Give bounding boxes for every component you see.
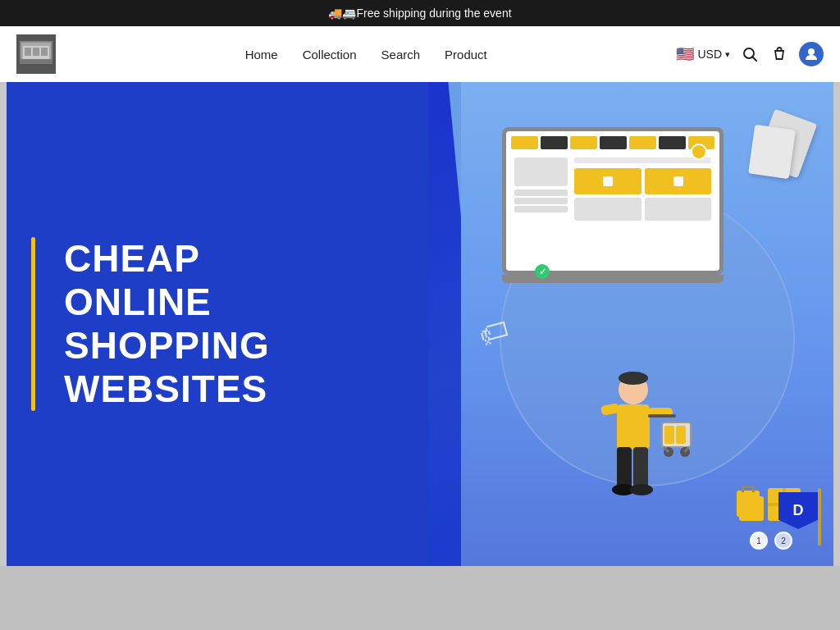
search-icon[interactable] xyxy=(740,44,760,64)
hero-title: CHEAP ONLINE SHOPPING WEBSITES xyxy=(64,237,420,411)
svg-rect-27 xyxy=(676,426,686,444)
svg-rect-16 xyxy=(617,447,632,488)
hero-right: ✓ 🏷 xyxy=(461,82,833,566)
chevron-down-icon: ▾ xyxy=(725,49,730,60)
carousel-dot-1[interactable]: 1 xyxy=(750,532,768,550)
svg-point-12 xyxy=(619,372,648,385)
carousel-indicators: 1 2 xyxy=(750,532,792,550)
announcement-bar: 🚚🚐Free shipping during the event xyxy=(0,0,840,26)
nav-search[interactable]: Search xyxy=(381,48,421,62)
svg-rect-6 xyxy=(41,48,48,56)
person-cart-svg xyxy=(535,357,699,521)
hero-title-line3: WEBSITES xyxy=(64,368,420,411)
hero-left: CHEAP ONLINE SHOPPING WEBSITES xyxy=(7,82,461,566)
bottom-area xyxy=(0,566,840,630)
nav-collection[interactable]: Collection xyxy=(303,48,357,62)
svg-line-9 xyxy=(753,57,757,62)
hero-title-line2: ONLINE SHOPPING xyxy=(64,281,420,368)
currency-code: USD xyxy=(697,48,722,61)
logo[interactable] xyxy=(16,34,56,74)
carousel-dot-2[interactable]: 2 xyxy=(774,532,792,550)
accent-bar xyxy=(31,237,35,411)
svg-rect-7 xyxy=(20,59,52,64)
flag-icon: 🇺🇸 xyxy=(676,45,694,63)
svg-rect-4 xyxy=(25,48,31,56)
main-nav: Home Collection Search Product xyxy=(56,48,676,62)
shopping-bags-group xyxy=(737,491,760,517)
svg-rect-17 xyxy=(633,447,648,488)
svg-rect-26 xyxy=(664,426,674,444)
nav-product[interactable]: Product xyxy=(445,48,487,62)
floating-paper-2 xyxy=(748,125,796,179)
svg-point-19 xyxy=(630,484,653,495)
currency-selector[interactable]: 🇺🇸 USD ▾ xyxy=(676,45,730,63)
header-actions: 🇺🇸 USD ▾ xyxy=(676,42,824,66)
hero-section: CHEAP ONLINE SHOPPING WEBSITES xyxy=(7,82,833,566)
user-icon[interactable] xyxy=(799,42,824,66)
announcement-text: 🚚🚐Free shipping during the event xyxy=(328,7,511,20)
svg-rect-13 xyxy=(617,404,650,450)
laptop-illustration: ✓ xyxy=(502,127,740,299)
hero-title-line1: CHEAP xyxy=(64,237,420,281)
hero-text: CHEAP ONLINE SHOPPING WEBSITES xyxy=(48,237,420,411)
bag-icon[interactable] xyxy=(769,44,789,64)
svg-rect-5 xyxy=(33,48,39,56)
nav-home[interactable]: Home xyxy=(245,48,278,62)
header: Home Collection Search Product 🇺🇸 USD ▾ xyxy=(0,26,840,82)
svg-point-10 xyxy=(808,48,815,55)
